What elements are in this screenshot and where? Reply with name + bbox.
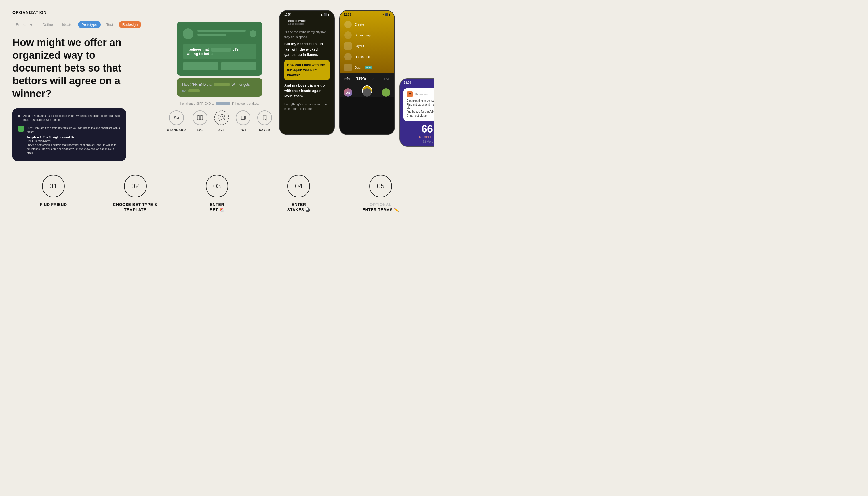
1v1-icon-circle bbox=[193, 110, 207, 125]
ig-face-button[interactable] bbox=[363, 88, 371, 97]
create-icon bbox=[344, 21, 352, 28]
main-container: ORGANIZATION Empathize Define Ideate Pro… bbox=[0, 0, 434, 222]
bet-line-1 bbox=[198, 30, 246, 32]
step-circle-1: 01 bbox=[42, 175, 65, 198]
pot-label: POT bbox=[240, 128, 247, 131]
rem-item-2: Find gift cards and make use of... bbox=[407, 103, 434, 109]
ig-layout-row[interactable]: Layout bbox=[342, 41, 392, 51]
tab-ideate[interactable]: Ideate bbox=[59, 21, 76, 28]
hmw-question: How might we offer an organized way to d… bbox=[13, 36, 143, 100]
tab-define[interactable]: Define bbox=[39, 21, 57, 28]
tab-prototype[interactable]: Prototype bbox=[78, 21, 101, 28]
ig-color-button[interactable] bbox=[382, 88, 390, 97]
ig-close-row[interactable]: ⌃ Close bbox=[342, 73, 392, 84]
chat-dot bbox=[18, 115, 20, 118]
2v2-icon-circle bbox=[214, 110, 229, 125]
step-circle-5: 05 bbox=[369, 175, 392, 198]
lyric-line-5: Everything's cool when we're all in line… bbox=[284, 102, 330, 111]
steps-container: 01 FIND FRIEND 02 CHOOSE BET TYPE &TEMPL… bbox=[13, 175, 422, 212]
rem-count: 66 bbox=[404, 123, 434, 135]
bet-bottom-inline-1 bbox=[214, 83, 230, 86]
ig-dual-row[interactable]: Dual NEW bbox=[342, 62, 392, 73]
step-circle-3: 03 bbox=[206, 175, 228, 198]
bet-buttons-row bbox=[183, 62, 256, 70]
ig-create-row[interactable]: Create bbox=[342, 19, 392, 30]
reminders-phone: 12:03 ▲ ⬛ ▮ ≡ Reminders 12:00 PM Backpac… bbox=[399, 78, 434, 147]
tab-empathize[interactable]: Empathize bbox=[13, 21, 36, 28]
rem-item-1: Backpacking to do tod... bbox=[407, 99, 434, 102]
bet-line-2 bbox=[198, 34, 226, 36]
pot-icon-circle bbox=[236, 110, 251, 125]
target-icon bbox=[218, 114, 225, 122]
chat-template-greeting: Hey [Friend's Name], bbox=[27, 139, 120, 143]
close-icon: ⌃ bbox=[344, 75, 352, 82]
top-section: ORGANIZATION Empathize Define Ideate Pro… bbox=[0, 0, 434, 167]
bottom-section: 01 FIND FRIEND 02 CHOOSE BET TYPE &TEMPL… bbox=[0, 167, 434, 222]
bet-btn-2[interactable] bbox=[221, 62, 256, 70]
ig-handsfree-row[interactable]: Hands-free bbox=[342, 51, 392, 62]
chat-response-row: ✦ Sure! Here are five different template… bbox=[18, 126, 120, 155]
lyrics-phone: 10:54 ▲ ⬛ ▮ ⌄ Select lyrics 1 line selec… bbox=[279, 10, 335, 135]
bet-avatar bbox=[183, 28, 193, 39]
bet-type-2v2[interactable]: 2V2 bbox=[214, 110, 229, 131]
boomerang-icon: ∞ bbox=[344, 31, 352, 39]
bet-lines bbox=[198, 30, 246, 38]
standard-icon-circle: Aa bbox=[169, 110, 184, 125]
bet-bottom-main: I bet @FRIEND that Winner gets bbox=[182, 82, 257, 87]
chat-prompt-text: Act as if you are a user experience writ… bbox=[23, 114, 120, 122]
ig-phone-top: 12:03 ▲ ⬛ ▮ Create ∞ Boomerang bbox=[340, 11, 394, 73]
rem-more: +62 More bbox=[404, 140, 434, 143]
bet-inline-placeholder bbox=[211, 48, 231, 52]
step-3: 03 ENTERBET 🐔 bbox=[176, 175, 258, 212]
bet-type-1v1[interactable]: 1V1 bbox=[193, 110, 207, 131]
rem-item-3: find freeze for portfolio bbox=[407, 110, 434, 113]
rem-content: ≡ Reminders 12:00 PM Backpacking to do t… bbox=[400, 86, 434, 146]
bet-type-pot[interactable]: POT bbox=[236, 110, 251, 131]
rem-notification: ≡ Reminders 12:00 PM Backpacking to do t… bbox=[404, 88, 434, 121]
ig-status-icons: ▲ ⬛ ▮ bbox=[382, 13, 390, 16]
lyric-line-4: And my boys trip me up with their heads … bbox=[284, 83, 330, 99]
bet-mockup-bottom: I bet @FRIEND that Winner gets per bbox=[177, 78, 262, 97]
lyrics-content: I'll see the veins of my city like they … bbox=[280, 27, 334, 117]
ig-phone: 12:03 ▲ ⬛ ▮ Create ∞ Boomerang bbox=[339, 10, 395, 135]
bet-type-icons: Aa STANDARD 1V1 bbox=[167, 110, 272, 131]
dual-new-badge: NEW bbox=[365, 66, 373, 69]
layout-icon bbox=[344, 42, 352, 50]
optional-text: OPTIONAL bbox=[363, 202, 399, 207]
saved-icon-circle bbox=[257, 110, 272, 125]
reminders-icon: ≡ bbox=[407, 91, 413, 97]
rem-time: 12:03 bbox=[404, 81, 411, 84]
1v1-label: 1V1 bbox=[197, 128, 203, 131]
step-4: 04 ENTERSTAKES 🎱 bbox=[258, 175, 340, 212]
tab-test[interactable]: Test bbox=[103, 21, 116, 28]
step-label-4: ENTERSTAKES 🎱 bbox=[287, 202, 310, 212]
rem-status-bar: 12:03 ▲ ⬛ ▮ bbox=[400, 79, 434, 86]
bet-header-row bbox=[183, 28, 256, 39]
tab-redesign[interactable]: Redesign bbox=[119, 21, 141, 28]
step-label-2: CHOOSE BET TYPE &TEMPLATE bbox=[113, 202, 157, 212]
rem-item-4: Clean out closet bbox=[407, 114, 434, 117]
lyric-line-3[interactable]: How can I fuck with the fun again when I… bbox=[284, 60, 330, 80]
step-label-3: ENTERBET 🐔 bbox=[210, 202, 224, 212]
organization-label: ORGANIZATION bbox=[13, 10, 152, 15]
ig-bottom-bar: Aa bbox=[340, 86, 394, 98]
layout-label: Layout bbox=[354, 44, 364, 48]
lyric-line-1: I'll see the veins of my city like they … bbox=[284, 30, 330, 39]
bet-btn-1[interactable] bbox=[183, 62, 218, 70]
bet-type-saved[interactable]: SAVED bbox=[257, 110, 272, 131]
boomerang-label: Boomerang bbox=[354, 33, 371, 37]
handsfree-label: Hands-free bbox=[354, 55, 370, 59]
bet-top-icon bbox=[250, 30, 256, 37]
lyrics-time: 10:54 bbox=[284, 13, 291, 16]
ig-aa-button[interactable]: Aa bbox=[344, 88, 352, 97]
chat-response-content: Sure! Here are five different templates … bbox=[27, 126, 120, 155]
chevron-down-icon[interactable]: ⌄ bbox=[284, 21, 286, 24]
ig-boomerang-row[interactable]: ∞ Boomerang bbox=[342, 30, 392, 41]
bet-type-standard[interactable]: Aa STANDARD bbox=[167, 110, 186, 131]
chat-ai-avatar: ✦ bbox=[18, 126, 24, 131]
create-label: Create bbox=[354, 23, 364, 26]
chat-template-body: I have a bet for you: I believe that [in… bbox=[27, 143, 120, 155]
ig-status-bar: 12:03 ▲ ⬛ ▮ bbox=[340, 11, 394, 17]
chat-mockup: Act as if you are a user experience writ… bbox=[13, 108, 126, 161]
challenge-text: I challenge @FRIEND to if they do it, st… bbox=[180, 102, 259, 106]
